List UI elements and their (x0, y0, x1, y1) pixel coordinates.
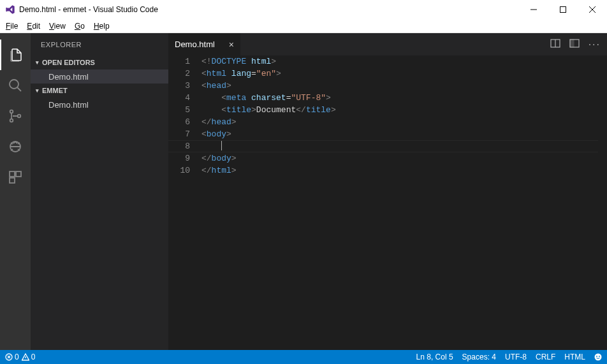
warning-icon (22, 353, 29, 361)
line-number: 3 (168, 80, 190, 92)
toggle-layout-icon[interactable] (569, 38, 580, 50)
sidebar-title: EXPLORER (31, 33, 168, 55)
sidebar: EXPLORER ▾ OPEN EDITORS Demo.html ▾ EMME… (31, 33, 168, 350)
window-close-button[interactable] (578, 0, 607, 19)
status-encoding[interactable]: UTF-8 (505, 353, 527, 361)
status-language[interactable]: HTML (564, 353, 585, 361)
svg-rect-6 (10, 171, 15, 177)
status-errors[interactable]: 0 (5, 353, 19, 361)
svg-point-1 (10, 80, 18, 89)
status-bar: 0 0 Ln 8, Col 5 Spaces: 4 UTF-8 CRLF HTM… (0, 350, 607, 364)
line-number: 7 (168, 128, 190, 140)
window-titlebar: Demo.html - emmet - Visual Studio Code (0, 0, 607, 19)
svg-point-13 (595, 354, 602, 361)
line-number: 8 (168, 140, 190, 152)
split-editor-icon[interactable] (550, 38, 560, 50)
source-control-icon (8, 108, 23, 124)
smiley-icon (594, 353, 602, 361)
activity-search[interactable] (0, 70, 31, 101)
tabs-row: Demo.html × ··· (168, 33, 607, 55)
svg-point-2 (10, 110, 13, 113)
code-line[interactable]: <body> (201, 128, 598, 140)
open-editor-item[interactable]: Demo.html (31, 69, 168, 84)
code-line[interactable]: <!DOCTYPE html> (201, 55, 598, 68)
menu-bar: File Edit View Go Help (0, 19, 607, 33)
line-number: 4 (168, 92, 190, 104)
svg-point-3 (10, 119, 13, 122)
editor-body[interactable]: 12345678910 <!DOCTYPE html><html lang="e… (168, 55, 607, 350)
search-icon (8, 78, 23, 93)
svg-point-15 (599, 356, 600, 357)
section-open-editors[interactable]: ▾ OPEN EDITORS (31, 55, 168, 69)
vscode-logo-icon (5, 4, 15, 15)
code-line[interactable]: </html> (201, 164, 598, 177)
code-line[interactable]: <meta charset="UTF-8"> (201, 92, 598, 104)
status-indentation[interactable]: Spaces: 4 (462, 353, 496, 361)
debug-icon (8, 139, 23, 154)
tab-active[interactable]: Demo.html × (168, 33, 241, 55)
line-number: 6 (168, 116, 190, 128)
app-body: EXPLORER ▾ OPEN EDITORS Demo.html ▾ EMME… (0, 33, 607, 350)
svg-rect-11 (570, 40, 574, 47)
status-feedback-icon[interactable] (594, 353, 602, 361)
file-tree-item[interactable]: Demo.html (31, 98, 168, 112)
status-warnings[interactable]: 0 (22, 353, 36, 361)
activity-explorer[interactable] (0, 40, 31, 70)
open-editor-label: Demo.html (48, 72, 89, 82)
files-icon (8, 47, 24, 62)
line-number: 1 (168, 55, 190, 68)
text-cursor (221, 141, 222, 150)
line-number-gutter: 12345678910 (168, 55, 201, 350)
status-cursor-position[interactable]: Ln 8, Col 5 (416, 353, 453, 361)
svg-rect-0 (560, 7, 566, 13)
section-folder[interactable]: ▾ EMMET (31, 84, 168, 98)
editor-scrollbar[interactable] (598, 55, 607, 350)
section-label: OPEN EDITORS (42, 59, 95, 66)
svg-rect-8 (10, 178, 15, 183)
code-line[interactable]: <title>Document</title> (201, 104, 598, 116)
activity-debug[interactable] (0, 131, 31, 162)
window-maximize-button[interactable] (548, 0, 578, 19)
file-tree-label: Demo.html (48, 100, 89, 110)
code-line[interactable]: <html lang="en"> (201, 68, 598, 80)
activity-scm[interactable] (0, 101, 31, 131)
menu-help[interactable]: Help (89, 20, 114, 32)
menu-view[interactable]: View (45, 20, 70, 32)
editor-area: Demo.html × ··· 12345678910 <!DOCTYPE ht… (168, 33, 607, 350)
activity-bar (0, 33, 31, 350)
section-label: EMMET (42, 87, 68, 94)
activity-extensions[interactable] (0, 162, 31, 193)
svg-point-4 (18, 115, 21, 118)
menu-file[interactable]: File (1, 20, 22, 32)
tab-close-icon[interactable]: × (229, 40, 234, 50)
svg-rect-7 (16, 171, 21, 177)
line-number: 5 (168, 104, 190, 116)
chevron-down-icon: ▾ (33, 59, 41, 66)
code-line[interactable] (201, 140, 598, 152)
code-line[interactable]: </head> (201, 116, 598, 128)
window-minimize-button[interactable] (519, 0, 548, 19)
more-actions-icon[interactable]: ··· (589, 39, 601, 50)
chevron-down-icon: ▾ (33, 87, 41, 94)
menu-go[interactable]: Go (70, 20, 89, 32)
line-number: 2 (168, 68, 190, 80)
line-number: 10 (168, 164, 190, 177)
menu-edit[interactable]: Edit (22, 20, 45, 32)
code-line[interactable]: <head> (201, 80, 598, 92)
svg-point-14 (596, 356, 597, 357)
code-line[interactable]: </body> (201, 152, 598, 164)
extensions-icon (8, 170, 23, 185)
error-icon (5, 353, 13, 361)
window-title: Demo.html - emmet - Visual Studio Code (19, 5, 519, 14)
code-content[interactable]: <!DOCTYPE html><html lang="en"><head> <m… (201, 55, 598, 350)
editor-actions: ··· (544, 33, 607, 55)
status-eol[interactable]: CRLF (536, 353, 555, 361)
tab-label: Demo.html (175, 40, 215, 49)
line-number: 9 (168, 152, 190, 164)
